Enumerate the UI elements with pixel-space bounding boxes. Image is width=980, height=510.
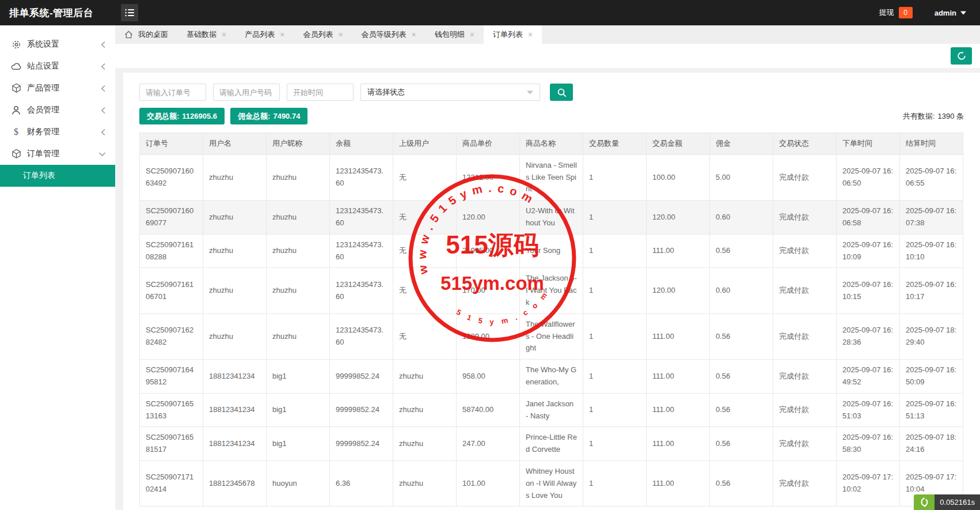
tab-basic-data[interactable]: 基础数据×	[177, 25, 235, 44]
user-menu[interactable]: admin	[935, 9, 966, 17]
tab-close-icon[interactable]: ×	[338, 31, 343, 39]
tab-label: 产品列表	[245, 29, 275, 40]
table-cell: 2025-09-07 16:06:55	[900, 154, 963, 200]
table-cell: 0.56	[710, 313, 773, 359]
table-cell: 100.00	[647, 154, 710, 200]
order-no-input[interactable]	[139, 84, 206, 101]
table-cell: 0.60	[710, 268, 773, 313]
sidebar-toggle-button[interactable]	[121, 4, 138, 21]
table-cell: zhuzhu	[393, 427, 457, 461]
table-cell: 99999852.24	[330, 360, 393, 394]
table-cell: zhuzhu	[203, 268, 267, 313]
tab-member-list[interactable]: 会员列表×	[294, 25, 352, 44]
sidebar-item-label: 会员管理	[27, 105, 101, 115]
table-row: SC2509071658151718812341234big199999852.…	[140, 427, 963, 461]
table-cell: 1	[583, 154, 647, 200]
table-cell: Your Song	[520, 234, 583, 268]
table-cell: 0.56	[710, 234, 773, 268]
table-cell: 完成付款	[773, 313, 837, 359]
table-cell: 5.00	[710, 154, 773, 200]
cube-icon	[10, 149, 22, 159]
orders-table: 订单号用户名用户昵称余额上级用户商品单价商品名称交易数量交易金额佣金交易状态下单…	[139, 133, 963, 507]
refresh-button[interactable]	[951, 47, 972, 65]
tab-label: 会员列表	[303, 29, 333, 40]
sidebar-item-site-settings[interactable]: 站点设置	[0, 55, 115, 77]
tab-close-icon[interactable]: ×	[280, 31, 284, 39]
sidebar-item-label: 站点设置	[27, 61, 101, 71]
table-cell: 247.00	[457, 427, 520, 461]
search-button[interactable]	[550, 84, 573, 101]
table-header-cell: 余额	[330, 133, 393, 155]
start-time-input[interactable]	[287, 84, 354, 101]
tab-home[interactable]: 我的桌面	[115, 25, 177, 44]
table-header-cell: 订单号	[140, 133, 203, 155]
table-header-cell: 结算时间	[900, 133, 963, 155]
status-select[interactable]: 请选择状态	[360, 84, 540, 101]
table-cell: Nirvana - Smells Like Teen Spirit	[520, 154, 583, 200]
main-card: 请选择状态 交易总额: 1126905.6 佣金总额: 7490.74	[123, 73, 980, 510]
table-cell: 2025-09-07 16:49:52	[837, 360, 900, 394]
sidebar-item-member-management[interactable]: 会员管理	[0, 99, 115, 121]
chevron-left-icon	[101, 41, 106, 48]
tab-close-icon[interactable]: ×	[470, 31, 474, 39]
table-cell: zhuzhu	[393, 360, 457, 394]
table-cell: zhuzhu	[203, 154, 267, 200]
table-cell: 完成付款	[773, 427, 837, 461]
withdraw-count-badge[interactable]: 0	[899, 7, 913, 18]
table-row: SC2509071649581218812341234big199999852.…	[140, 360, 963, 394]
sidebar-item-order-management[interactable]: 订单管理	[0, 143, 115, 165]
table-cell: 18812341234	[203, 360, 267, 394]
table-cell: zhuzhu	[393, 393, 457, 427]
table-cell: Prince-Little Red Corvette	[520, 427, 583, 461]
tab-close-icon[interactable]: ×	[222, 31, 226, 39]
tab-close-icon[interactable]: ×	[528, 31, 533, 39]
table-cell: 完成付款	[773, 154, 837, 200]
tab-member-level-list[interactable]: 会员等级列表×	[352, 25, 426, 44]
tab-label: 钱包明细	[435, 29, 465, 40]
debug-timer: 0.052161s	[914, 494, 980, 510]
table-cell: 1	[583, 427, 647, 461]
table-cell: 2025-09-07 16:51:13	[900, 393, 963, 427]
table-cell: 99999852.24	[330, 427, 393, 461]
withdraw-link[interactable]: 提现	[879, 7, 894, 18]
table-cell: 170.00	[457, 268, 520, 313]
table-cell: 2025-09-07 16:28:36	[837, 313, 900, 359]
tab-order-list[interactable]: 订单列表×	[484, 25, 542, 44]
table-cell: 1389.00	[457, 313, 520, 359]
sidebar-item-product-management[interactable]: 产品管理	[0, 77, 115, 99]
refresh-icon	[957, 51, 966, 61]
chevron-down-icon	[98, 152, 106, 157]
sidebar: 系统设置站点设置产品管理会员管理$财务管理订单管理订单列表	[0, 25, 115, 510]
table-cell: 无	[393, 201, 457, 235]
tab-close-icon[interactable]: ×	[412, 31, 416, 39]
table-cell: 2025-09-07 16:50:09	[900, 360, 963, 394]
table-cell: 完成付款	[773, 393, 837, 427]
sidebar-item-finance-management[interactable]: $财务管理	[0, 121, 115, 143]
table-header-cell: 交易状态	[773, 133, 837, 155]
home-icon	[124, 31, 133, 39]
tab-product-list[interactable]: 产品列表×	[235, 25, 294, 44]
table-header-cell: 用户昵称	[267, 133, 330, 155]
tab-wallet-detail[interactable]: 钱包明细×	[426, 25, 484, 44]
table-cell: The Who-My Generation,	[520, 360, 583, 394]
table-cell: SC25090716282482	[140, 313, 203, 359]
tabbar: 我的桌面基础数据×产品列表×会员列表×会员等级列表×钱包明细×订单列表×	[115, 25, 980, 44]
status-select-value: 请选择状态	[367, 87, 405, 97]
table-cell: 无	[393, 268, 457, 313]
table-header-cell: 交易金额	[647, 133, 710, 155]
table-cell: zhuzhu	[267, 313, 330, 359]
table-cell: 6.36	[330, 460, 393, 506]
table-cell: 1	[583, 268, 647, 313]
table-cell: 12312435473.60	[330, 313, 393, 359]
table-row: SC25090716282482zhuzhuzhuzhu12312435473.…	[140, 313, 963, 359]
user-no-input[interactable]	[213, 84, 280, 101]
table-cell: 1	[583, 234, 647, 268]
table-cell: zhuzhu	[267, 201, 330, 235]
thinkphp-logo-icon[interactable]	[914, 494, 935, 510]
sidebar-item-system-settings[interactable]: 系统设置	[0, 33, 115, 55]
table-cell: SC25090716069077	[140, 201, 203, 235]
sidebar-subitem-order-list[interactable]: 订单列表	[0, 165, 115, 187]
topbar: 排单系统-管理后台 提现 0 admin	[0, 0, 980, 25]
table-cell: 1	[583, 460, 647, 506]
chevron-left-icon	[101, 107, 106, 114]
